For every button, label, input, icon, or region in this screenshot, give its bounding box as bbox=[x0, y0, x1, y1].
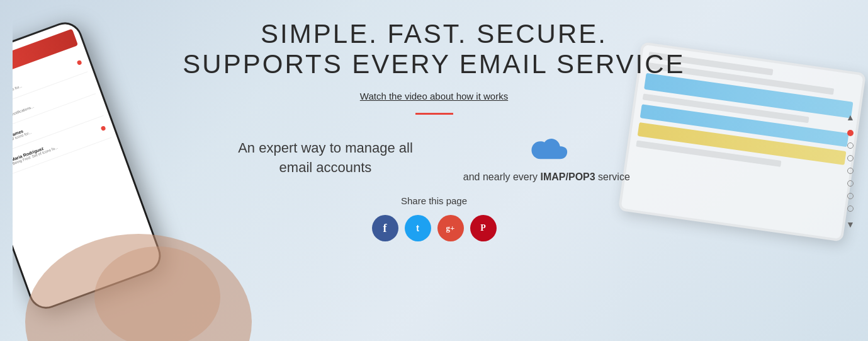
nav-dot-6[interactable] bbox=[847, 193, 854, 199]
expert-line2: email accounts bbox=[279, 159, 372, 175]
imap-text: and nearly every IMAP/POP3 service bbox=[463, 171, 630, 183]
nav-dot-1[interactable] bbox=[847, 130, 854, 136]
video-link[interactable]: Watch the video about how it works bbox=[360, 91, 508, 101]
nav-dot-5[interactable] bbox=[847, 180, 854, 187]
headline: SIMPLE. FAST. SECURE. SUPPORTS EVERY EMA… bbox=[183, 19, 685, 79]
red-divider bbox=[415, 113, 453, 115]
nav-dot-2[interactable] bbox=[847, 142, 854, 149]
share-section: Share this page f t g+ P bbox=[372, 195, 497, 241]
nav-down-arrow[interactable]: ▼ bbox=[844, 218, 857, 231]
right-section: and nearly every IMAP/POP3 service bbox=[463, 134, 630, 183]
expert-line1: An expert way to manage all bbox=[238, 140, 413, 156]
nav-dot-7[interactable] bbox=[847, 205, 854, 212]
imap-suffix: service bbox=[595, 171, 630, 182]
imap-prefix: and nearly every bbox=[463, 171, 541, 182]
social-buttons: f t g+ P bbox=[372, 215, 497, 241]
pinterest-button[interactable]: P bbox=[470, 215, 497, 241]
facebook-button[interactable]: f bbox=[372, 215, 398, 241]
nav-up-arrow[interactable]: ▲ bbox=[844, 111, 857, 124]
headline-line2: SUPPORTS EVERY EMAIL SERVICE bbox=[183, 49, 685, 79]
cloud-icon bbox=[524, 134, 568, 165]
imap-bold: IMAP/POP3 bbox=[541, 171, 595, 182]
headline-line1: SIMPLE. FAST. SECURE. bbox=[183, 19, 685, 49]
google-plus-button[interactable]: g+ bbox=[437, 215, 464, 241]
main-content: SIMPLE. FAST. SECURE. SUPPORTS EVERY EMA… bbox=[0, 0, 868, 341]
nav-dot-3[interactable] bbox=[847, 155, 854, 161]
expert-text: An expert way to manage all email accoun… bbox=[238, 139, 413, 178]
twitter-button[interactable]: t bbox=[405, 215, 431, 241]
share-label: Share this page bbox=[401, 195, 467, 206]
nav-dot-4[interactable] bbox=[847, 168, 854, 174]
right-nav: ▲ ▼ bbox=[844, 111, 857, 231]
middle-section: An expert way to manage all email accoun… bbox=[214, 134, 655, 183]
